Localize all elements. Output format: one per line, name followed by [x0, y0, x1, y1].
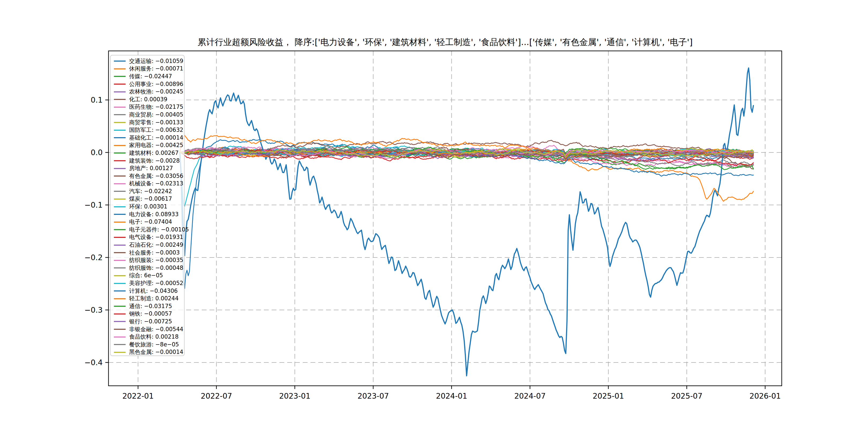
legend-label: 石油石化: −0.00249 [129, 242, 183, 248]
legend-label: 医药生物: −0.02175 [129, 104, 183, 110]
legend-label: 电子: −0.07404 [129, 219, 172, 225]
legend-swatch [114, 183, 126, 184]
legend-item: 公用事业: −0.00896 [114, 81, 184, 88]
y-tick-label: −0.2 [84, 253, 103, 262]
legend-label: 社会服务: −0.0003 [129, 250, 180, 255]
legend-item: 通信: −0.03175 [114, 303, 184, 310]
legend-label: 休闲服务: −0.00071 [129, 66, 183, 71]
legend-item: 纺织服饰: −0.00048 [114, 264, 184, 272]
legend-swatch [114, 106, 126, 108]
legend-item: 石油石化: −0.00249 [114, 241, 184, 249]
x-tick-label: 2025-07 [671, 392, 703, 401]
legend-swatch [114, 76, 126, 77]
x-tick-label: 2024-01 [436, 392, 467, 401]
legend-swatch [114, 130, 126, 131]
legend-item: 纺织服装: −0.00035 [114, 256, 184, 264]
x-tick-label: 2024-07 [515, 392, 546, 401]
legend-item: 家用电器: −0.00425 [114, 142, 184, 150]
legend-label: 商贸零售: −0.00133 [129, 120, 183, 125]
plot-border [108, 51, 782, 386]
series-line-20 [180, 68, 753, 376]
legend-label: 非银金融: −0.00544 [129, 327, 183, 332]
legend-item: 计算机: −0.04306 [114, 287, 184, 295]
legend-item: 社会服务: −0.0003 [114, 249, 184, 257]
legend-label: 轻工制造: 0.00244 [129, 296, 179, 301]
legend-swatch [114, 298, 126, 299]
legend-swatch [114, 245, 126, 246]
legend-label: 电力设备: 0.08933 [129, 212, 179, 217]
legend-item: 传媒: −0.02447 [114, 72, 184, 81]
legend-item: 钢铁: −0.00057 [114, 310, 184, 318]
legend-item: 农林牧渔: −0.00245 [114, 88, 184, 96]
legend-label: 食品饮料: 0.00218 [129, 334, 179, 340]
legend-item: 有色金属: −0.03056 [114, 172, 184, 180]
legend-label: 纺织服装: −0.00035 [129, 257, 183, 263]
legend-label: 美容护理: −0.00052 [129, 280, 183, 286]
legend-item: 电子元器件: −0.00105 [114, 226, 184, 234]
legend-swatch [114, 260, 126, 261]
legend-label: 黑色金属: −0.00014 [129, 349, 183, 355]
x-tick-label: 2023-01 [279, 392, 310, 401]
legend-label: 建筑材料: 0.00267 [129, 150, 179, 156]
legend-item: 休闲服务: −0.00071 [114, 65, 184, 73]
legend-label: 电子元器件: −0.00105 [129, 227, 189, 232]
legend-item: 综合: 6e−05 [114, 272, 184, 280]
legend-label: 基础化工: −0.00014 [129, 135, 183, 141]
series-lines [180, 68, 753, 376]
tick-labels: 2022-012022-072023-012023-072024-012024-… [84, 96, 781, 401]
legend-label: 环保: 0.00301 [129, 204, 167, 210]
legend-item: 美容护理: −0.00052 [114, 279, 184, 287]
legend-label: 交通运输: −0.01059 [129, 58, 183, 64]
legend-item: 食品饮料: 0.00218 [114, 333, 184, 341]
legend-item: 商贸零售: −0.00133 [114, 119, 184, 126]
legend-item: 国防军工: −0.00632 [114, 126, 184, 134]
legend-swatch [114, 91, 126, 92]
legend-swatch [114, 313, 126, 314]
legend-swatch [114, 252, 126, 253]
legend-swatch [114, 290, 126, 291]
legend-item: 化工: 0.00039 [114, 96, 184, 103]
legend-swatch [114, 283, 126, 284]
legend-swatch [114, 122, 126, 123]
x-tick-label: 2022-01 [122, 392, 154, 401]
figure: 累计行业超额风险收益， 降序:['电力设备', '环保', '建筑材料', '轻… [0, 0, 868, 434]
legend-label: 通信: −0.03175 [129, 304, 172, 309]
legend-item: 煤炭: −0.00617 [114, 195, 184, 203]
legend-swatch [114, 306, 126, 307]
y-tick-label: −0.1 [84, 201, 103, 210]
legend-label: 农林牧渔: −0.00245 [129, 89, 183, 95]
legend-item: 交通运输: −0.01059 [114, 57, 184, 65]
legend-swatch [114, 214, 126, 215]
legend-item: 黑色金属: −0.00014 [114, 348, 184, 356]
legend-swatch [114, 68, 126, 69]
legend-swatch [114, 344, 126, 345]
legend-item: 基础化工: −0.00014 [114, 134, 184, 142]
legend-item: 电子: −0.07404 [114, 218, 184, 226]
legend-swatch [114, 152, 126, 154]
y-tick-label: −0.4 [84, 358, 103, 367]
legend-label: 纺织服饰: −0.00048 [129, 265, 183, 271]
gridlines [108, 51, 782, 386]
legend-item: 银行: −0.00725 [114, 318, 184, 326]
x-tick-label: 2022-07 [201, 392, 232, 401]
legend-swatch [114, 352, 126, 353]
y-tick-label: −0.3 [84, 306, 103, 314]
legend-item: 轻工制造: 0.00244 [114, 295, 184, 303]
x-tick-label: 2023-07 [358, 392, 389, 401]
legend-item: 房地产: 0.00127 [114, 164, 184, 172]
legend-swatch [114, 337, 126, 338]
legend-item: 环保: 0.00301 [114, 203, 184, 211]
legend-swatch [114, 206, 126, 207]
legend-swatch [114, 99, 126, 100]
legend-swatch [114, 198, 126, 199]
legend-label: 公用事业: −0.00896 [129, 82, 183, 87]
legend-label: 机械设备: −0.02313 [129, 181, 183, 186]
legend-swatch [114, 145, 126, 146]
legend-label: 银行: −0.00725 [129, 319, 172, 324]
legend-label: 汽车: −0.02242 [129, 189, 172, 194]
legend-swatch [114, 61, 126, 62]
legend-swatch [114, 176, 126, 177]
legend-swatch [114, 222, 126, 223]
legend-label: 钢铁: −0.00057 [129, 311, 172, 317]
legend-swatch [114, 137, 126, 138]
